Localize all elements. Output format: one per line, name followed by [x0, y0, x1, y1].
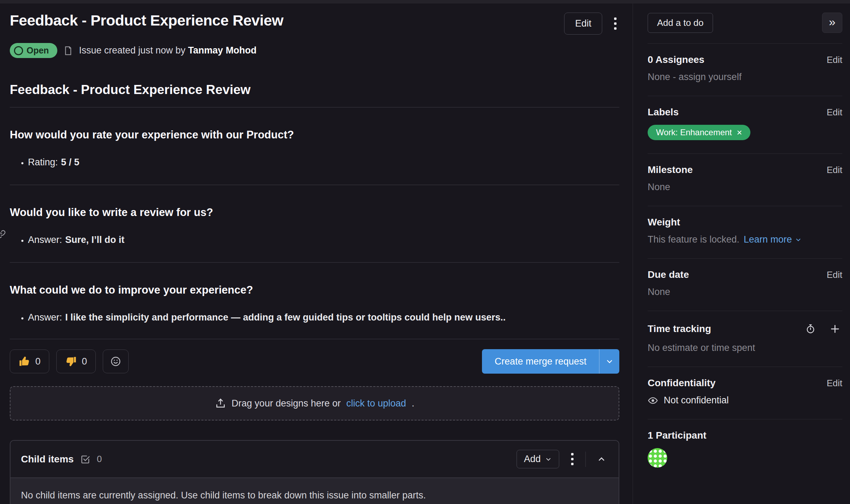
- thumbs-up-count: 0: [35, 356, 41, 367]
- child-items-empty-state: No child items are currently assigned. U…: [10, 477, 619, 504]
- time-tracking-title: Time tracking: [648, 323, 711, 334]
- participant-avatar[interactable]: [648, 448, 667, 468]
- labels-title: Labels: [648, 107, 679, 118]
- design-upload-dropzone[interactable]: Drag your designs here or click to uploa…: [10, 386, 619, 420]
- assignees-section: 0 Assignees Edit None - assign yourself: [648, 44, 842, 96]
- issue-type-icon: [63, 45, 73, 56]
- thumbs-up-button[interactable]: 0: [10, 350, 49, 373]
- time-tracking-value: No estimate or time spent: [648, 343, 842, 353]
- created-text: Issue created just now by Tanmay Mohod: [79, 45, 257, 56]
- issue-description: Feedback - Product Experience Review How…: [10, 82, 619, 323]
- click-to-upload-link[interactable]: click to upload: [346, 398, 406, 409]
- task-done-icon: [80, 454, 91, 465]
- confidentiality-value: Not confidential: [648, 395, 842, 406]
- child-items-more-button[interactable]: [568, 450, 576, 468]
- upload-text: Drag your designs here or: [232, 398, 341, 409]
- divider: [585, 452, 586, 467]
- time-tracking-report-button[interactable]: [803, 322, 818, 336]
- child-items-card: Child items 0 Add: [10, 440, 619, 504]
- plus-icon: [830, 324, 840, 334]
- add-todo-button[interactable]: Add a to do: [648, 13, 713, 33]
- label-work-enhancement[interactable]: Work: Enhancement ×: [648, 125, 750, 140]
- weight-value: This feature is locked. Learn more: [648, 234, 842, 245]
- create-merge-request-button[interactable]: Create merge request: [482, 349, 599, 374]
- issue-title-row: Feedback - Product Experience Review Edi…: [10, 12, 619, 35]
- question-heading-3: What could we do to improve your experie…: [10, 284, 619, 296]
- chevron-double-right-icon: »: [829, 16, 836, 28]
- participants-section: 1 Participant: [648, 419, 842, 481]
- stopwatch-icon: [805, 324, 816, 334]
- merge-request-dropdown-button[interactable]: [599, 349, 619, 374]
- learn-more-link[interactable]: Learn more: [744, 234, 802, 245]
- confidentiality-edit-button[interactable]: Edit: [827, 378, 842, 389]
- issue-sidebar: Add a to do » 0 Assignees Edit None - as…: [633, 3, 850, 504]
- list-item: Rating:5 / 5: [28, 157, 619, 168]
- milestone-section: Milestone Edit None: [648, 154, 842, 206]
- collapse-child-items-button[interactable]: [595, 453, 608, 466]
- assignees-title: 0 Assignees: [648, 54, 704, 65]
- top-edge-strip: [0, 0, 850, 3]
- open-circle-icon: [14, 46, 23, 55]
- smiley-icon: [110, 356, 121, 367]
- add-time-entry-button[interactable]: [828, 322, 842, 336]
- confidentiality-title: Confidentiality: [648, 377, 715, 389]
- divider: [10, 339, 619, 339]
- divider: [10, 107, 619, 108]
- answer-list-2: Answer:Sure, I’ll do it: [10, 234, 619, 246]
- milestone-title: Milestone: [648, 164, 693, 175]
- collapse-sidebar-button[interactable]: »: [822, 13, 842, 33]
- time-tracking-section: Time tracking No estimate or time spent: [648, 311, 842, 367]
- question-heading-2: Would you like to write a review for us?: [10, 206, 619, 219]
- thumbs-down-button[interactable]: 0: [56, 350, 96, 373]
- due-date-title: Due date: [648, 269, 689, 280]
- add-child-item-button[interactable]: Add: [517, 450, 559, 468]
- weight-title: Weight: [648, 217, 680, 228]
- due-date-section: Due date Edit None: [648, 259, 842, 311]
- thumbs-up-icon: [19, 355, 30, 367]
- issue-main-content: Feedback - Product Experience Review Edi…: [0, 3, 633, 504]
- chevron-up-icon: [597, 455, 606, 464]
- todo-row: Add a to do »: [648, 13, 842, 44]
- answer-list-1: Rating:5 / 5: [10, 157, 619, 168]
- page-title: Feedback - Product Experience Review: [10, 12, 283, 29]
- confidentiality-section: Confidentiality Edit Not confidential: [648, 367, 842, 419]
- more-actions-button[interactable]: [611, 15, 619, 33]
- milestone-value: None: [648, 182, 842, 193]
- answer-list-3: Answer:I like the simplicity and perform…: [10, 312, 619, 324]
- weight-section: Weight This feature is locked. Learn mor…: [648, 206, 842, 259]
- milestone-edit-button[interactable]: Edit: [827, 165, 842, 175]
- eye-icon: [648, 395, 658, 406]
- heading-link-icon[interactable]: [0, 229, 6, 239]
- due-date-value: None: [648, 287, 842, 297]
- author-name[interactable]: Tanmay Mohod: [188, 45, 257, 56]
- child-items-header: Child items 0 Add: [10, 441, 619, 477]
- list-item: Answer:I like the simplicity and perform…: [28, 312, 619, 324]
- add-reaction-button[interactable]: [103, 350, 129, 373]
- issue-status-row: Open Issue created just now by Tanmay Mo…: [10, 43, 619, 58]
- child-items-count: 0: [97, 454, 102, 465]
- status-badge: Open: [10, 43, 57, 58]
- create-merge-request-split-button: Create merge request: [482, 349, 619, 374]
- remove-label-icon[interactable]: ×: [737, 128, 742, 137]
- due-date-edit-button[interactable]: Edit: [827, 269, 842, 280]
- thumbs-down-count: 0: [82, 356, 87, 367]
- upload-icon: [215, 398, 226, 409]
- assignees-edit-button[interactable]: Edit: [827, 55, 842, 65]
- question-heading-1: How would you rate your experience with …: [10, 129, 619, 141]
- description-title: Feedback - Product Experience Review: [10, 82, 619, 97]
- chevron-down-icon: [605, 357, 614, 366]
- divider: [10, 185, 619, 185]
- labels-edit-button[interactable]: Edit: [827, 107, 842, 118]
- labels-section: Labels Edit Work: Enhancement ×: [648, 96, 842, 154]
- chevron-down-icon: [545, 456, 552, 463]
- divider: [10, 262, 619, 263]
- assignees-value[interactable]: None - assign yourself: [648, 72, 842, 82]
- list-item: Answer:Sure, I’ll do it: [28, 234, 619, 246]
- award-emoji-row: 0 0 Create merge request: [10, 349, 619, 374]
- child-items-title: Child items: [21, 454, 74, 465]
- participants-title: 1 Participant: [648, 430, 706, 441]
- chevron-down-icon: [795, 236, 802, 243]
- edit-button[interactable]: Edit: [564, 13, 602, 35]
- thumbs-down-icon: [65, 355, 77, 367]
